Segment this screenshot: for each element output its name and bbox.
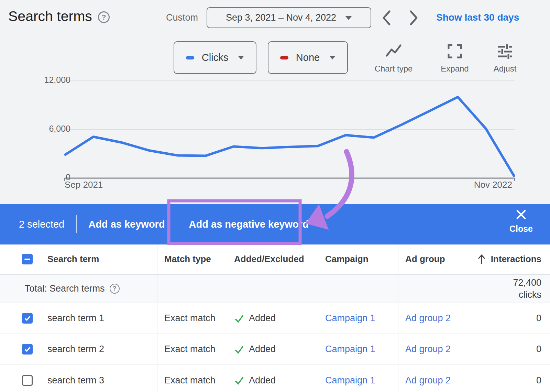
select-all-checkbox[interactable] [22,254,33,264]
total-interactions-cell: 72,400 clicks [456,275,550,303]
ad-group-link[interactable]: Ad group 2 [405,313,451,324]
x-tick-sep-2021: Sep 2021 [65,179,103,190]
search-terms-table: Search term Match type Added/Excluded Ca… [0,244,550,392]
selected-count: 2 selected [19,219,64,230]
x-tick-nov-2022: Nov 2022 [443,179,512,190]
report-header-and-chart-section: Search terms ? Custom Sep 3, 2021 – Nov … [0,0,550,204]
total-empty-cell [157,275,227,303]
bulk-action-bar: 2 selected Add as keyword Add as negativ… [0,204,550,244]
ad-group-cell: Ad group 2 [398,334,456,364]
row-checkbox[interactable] [22,313,33,324]
header-match-type[interactable]: Match type [157,244,227,274]
added-status: Added [249,313,276,324]
clicks-series-line [65,97,514,176]
ad-group-link[interactable]: Ad group 2 [405,375,451,386]
header-interactions[interactable]: Interactions [456,244,550,274]
interactions-cell: 0 [456,365,550,392]
row-checkbox[interactable] [22,375,33,386]
table-total-row: Total: Search terms ? 72,400 clicks [0,275,550,303]
table-row: search term 2 Exact match Added Campaign… [0,334,550,365]
search-term-cell: search term 3 [0,365,157,392]
search-term-value: search term 3 [47,375,104,386]
search-term-value: search term 2 [47,344,104,355]
add-as-negative-keyword-button[interactable]: Add as negative keyword [189,219,309,230]
campaign-link[interactable]: Campaign 1 [325,344,375,355]
campaign-link[interactable]: Campaign 1 [325,375,375,386]
action-bar-divider [76,215,77,233]
total-empty-cell [318,275,398,303]
added-excluded-cell: Added [227,334,318,364]
ad-group-cell: Ad group 2 [398,365,456,392]
close-action-bar-button[interactable]: Close [509,209,533,234]
total-empty-cell [227,275,318,303]
match-type-cell: Exact match [157,334,227,364]
total-label: Total: Search terms [25,283,105,294]
clicks-line-chart [0,0,550,204]
match-type-cell: Exact match [157,365,227,392]
added-status: Added [249,375,276,386]
added-status: Added [249,344,276,355]
check-icon [234,344,244,355]
table-header-row: Search term Match type Added/Excluded Ca… [0,244,550,275]
help-icon[interactable]: ? [110,284,120,294]
sort-ascending-icon [477,254,486,264]
added-excluded-cell: Added [227,365,318,392]
y-tick-12000: 12,000 [29,75,70,85]
table-row: search term 1 Exact match Added Campaign… [0,303,550,334]
row-checkbox[interactable] [22,344,33,355]
total-clicks-unit: clicks [513,289,541,301]
header-interactions-label: Interactions [491,254,541,264]
interactions-cell: 0 [456,303,550,334]
header-ad-group[interactable]: Ad group [398,244,456,274]
search-term-cell: search term 1 [0,303,157,334]
interactions-cell: 0 [456,334,550,364]
total-clicks-value: 72,400 [513,277,541,289]
campaign-link[interactable]: Campaign 1 [325,313,375,324]
close-label: Close [509,224,533,234]
indeterminate-icon [24,259,30,260]
check-icon [234,313,244,324]
ad-group-cell: Ad group 2 [398,303,456,334]
table-row: search term 3 Exact match Added Campaign… [0,365,550,392]
check-icon [24,315,31,322]
header-campaign[interactable]: Campaign [318,244,398,274]
match-type-cell: Exact match [157,303,227,334]
campaign-cell: Campaign 1 [318,365,398,392]
search-term-value: search term 1 [47,313,104,324]
check-icon [234,375,244,385]
y-tick-0: 0 [29,172,70,182]
header-search-term-label[interactable]: Search term [47,254,99,264]
y-tick-6000: 6,000 [29,124,70,134]
add-as-keyword-button[interactable]: Add as keyword [88,219,165,230]
header-added-excluded[interactable]: Added/Excluded [227,244,318,274]
added-excluded-cell: Added [227,303,318,334]
close-icon [515,209,527,220]
campaign-cell: Campaign 1 [318,334,398,364]
campaign-cell: Campaign 1 [318,303,398,334]
check-icon [24,346,31,353]
search-term-cell: search term 2 [0,334,157,364]
total-empty-cell [398,275,456,303]
ad-group-link[interactable]: Ad group 2 [405,344,451,355]
total-label-cell: Total: Search terms ? [0,275,157,303]
header-search-term: Search term [0,244,157,274]
